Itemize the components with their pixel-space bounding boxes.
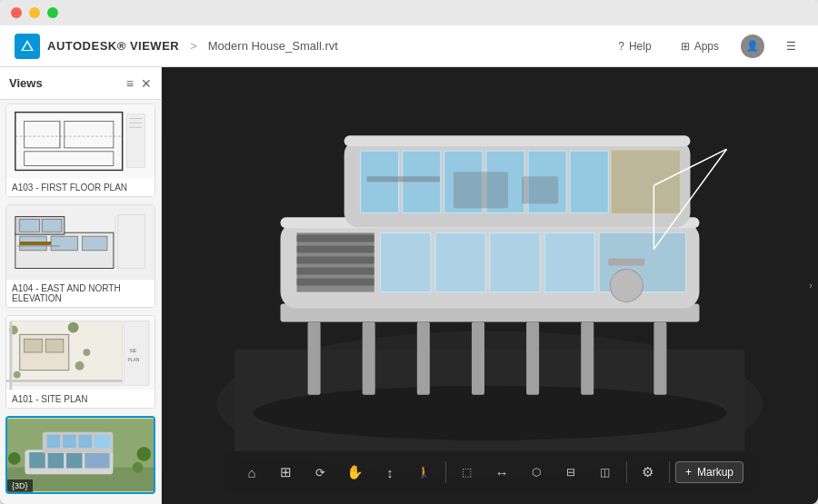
svg-rect-49 <box>95 435 110 449</box>
svg-rect-18 <box>42 219 62 232</box>
header-actions: ? Help ⊞ Apps 👤 ☰ <box>611 35 803 58</box>
svg-rect-93 <box>612 151 679 212</box>
view-thumbnail-site-plan: SIE PLAN <box>6 316 155 390</box>
walk-icon: 🚶 <box>417 466 431 479</box>
explode-icon: ⬡ <box>532 466 541 479</box>
view-thumbnail-3d: {3D} <box>7 418 154 492</box>
settings-button[interactable]: ⚙ <box>633 457 663 488</box>
home-button[interactable]: ⌂ <box>236 457 267 488</box>
box-select-button[interactable]: ⬚ <box>452 457 483 488</box>
viewport[interactable]: 💬 🖨 📷 🔗 FRONT <box>162 67 818 504</box>
pan-icon: ✋ <box>346 464 364 480</box>
view-badge-3d: {3D} <box>7 479 33 492</box>
svg-rect-20 <box>20 242 51 245</box>
svg-rect-65 <box>417 322 430 395</box>
svg-rect-15 <box>51 236 77 251</box>
svg-rect-92 <box>570 151 608 212</box>
svg-rect-64 <box>363 322 375 395</box>
view-label-floor-plan: A103 - FIRST FLOOR PLAN <box>6 179 155 196</box>
svg-rect-27 <box>45 339 64 352</box>
svg-rect-77 <box>297 278 374 285</box>
svg-rect-43 <box>66 452 82 468</box>
svg-rect-75 <box>297 256 374 263</box>
svg-rect-67 <box>526 322 539 395</box>
grid-button[interactable]: ⊞ <box>271 457 302 488</box>
measure-icon: ↔ <box>494 465 508 480</box>
svg-point-51 <box>137 447 152 461</box>
measure-button[interactable]: ↔ <box>486 457 517 488</box>
menu-button[interactable]: ☰ <box>779 36 803 56</box>
close-button[interactable] <box>11 7 22 18</box>
svg-rect-41 <box>29 452 45 468</box>
svg-text:PLAN: PLAN <box>128 358 140 362</box>
isolate-button[interactable]: ◫ <box>590 457 621 488</box>
vertical-move-icon: ↕ <box>386 465 394 480</box>
avatar[interactable]: 👤 <box>741 35 764 58</box>
svg-rect-76 <box>297 267 374 274</box>
view-label-site-plan: A101 - SITE PLAN <box>6 390 155 408</box>
svg-rect-68 <box>581 322 594 395</box>
views-sort-button[interactable]: ≡ <box>126 76 134 91</box>
svg-rect-16 <box>82 236 106 251</box>
svg-rect-84 <box>608 258 644 265</box>
walk-button[interactable]: 🚶 <box>409 457 440 488</box>
main-content: Views ≡ ✕ <box>0 67 818 504</box>
view-item-elevation[interactable]: A104 - EAST AND NORTH ELEVATION <box>5 204 155 308</box>
view-label-elevation: A104 - EAST AND NORTH ELEVATION <box>6 280 155 307</box>
svg-point-50 <box>8 452 21 465</box>
file-name[interactable]: Modern House_Small.rvt <box>208 39 338 53</box>
toolbar-separator-3 <box>669 461 670 483</box>
svg-rect-95 <box>454 172 508 208</box>
svg-rect-79 <box>435 232 485 292</box>
views-panel: Views ≡ ✕ <box>0 67 162 504</box>
maximize-button[interactable] <box>47 7 58 18</box>
svg-rect-42 <box>48 452 64 468</box>
help-button[interactable]: ? Help <box>611 36 658 56</box>
pan-button[interactable]: ✋ <box>340 457 371 488</box>
markup-label: Markup <box>697 466 733 479</box>
svg-rect-86 <box>344 135 691 146</box>
svg-point-52 <box>133 462 144 473</box>
svg-rect-17 <box>20 219 40 232</box>
svg-rect-48 <box>79 435 93 449</box>
hamburger-icon: ☰ <box>786 40 796 53</box>
svg-rect-78 <box>381 232 431 292</box>
svg-rect-81 <box>544 232 594 292</box>
svg-text:SIE: SIE <box>130 349 138 353</box>
view-thumbnail-floor-plan <box>6 104 155 179</box>
markup-button[interactable]: + Markup <box>675 461 743 483</box>
section-button[interactable]: ⊟ <box>555 457 586 488</box>
app-name: AUTODESK® VIEWER <box>47 39 179 53</box>
svg-rect-26 <box>25 339 43 352</box>
svg-point-29 <box>68 322 79 333</box>
minimize-button[interactable] <box>29 7 40 18</box>
view-item-site-plan[interactable]: SIE PLAN A101 - SITE PLAN <box>5 315 155 409</box>
view-item-floor-plan[interactable]: A103 - FIRST FLOOR PLAN <box>5 104 155 197</box>
svg-point-83 <box>610 269 643 301</box>
vertical-move-button[interactable]: ↕ <box>374 457 405 488</box>
svg-rect-63 <box>308 322 321 395</box>
collapse-icon: › <box>809 281 812 291</box>
svg-point-31 <box>83 349 90 356</box>
avatar-icon: 👤 <box>746 40 759 52</box>
svg-rect-74 <box>297 245 374 252</box>
grid-icon: ⊞ <box>280 464 292 480</box>
svg-rect-96 <box>522 176 558 203</box>
svg-rect-44 <box>85 452 109 468</box>
orbit-icon: ⟳ <box>315 466 325 479</box>
view-thumbnail-elevation <box>6 205 155 280</box>
home-icon: ⌂ <box>247 465 255 480</box>
svg-point-30 <box>75 361 85 371</box>
apps-button[interactable]: ⊞ Apps <box>673 36 726 56</box>
svg-rect-22 <box>118 215 145 269</box>
settings-icon: ⚙ <box>642 464 653 480</box>
help-icon: ? <box>618 40 624 53</box>
breadcrumb-sep: > <box>190 39 197 53</box>
explode-button[interactable]: ⬡ <box>521 457 552 488</box>
box-select-icon: ⬚ <box>462 466 472 479</box>
view-item-3d[interactable]: {3D} <box>5 416 155 494</box>
title-bar <box>0 0 818 25</box>
orbit-button[interactable]: ⟳ <box>305 457 336 488</box>
views-close-button[interactable]: ✕ <box>141 76 152 91</box>
collapse-button[interactable]: › <box>803 268 818 304</box>
